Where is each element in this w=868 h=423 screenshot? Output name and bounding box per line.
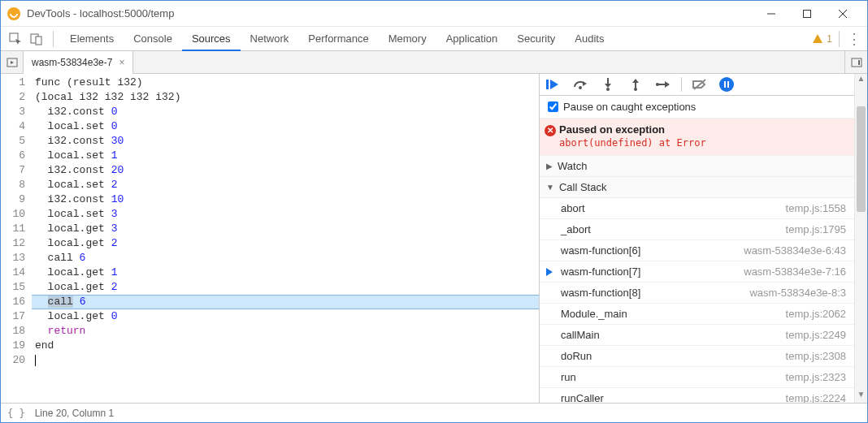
error-icon: ✕ xyxy=(545,125,556,136)
pretty-print-icon[interactable]: { } xyxy=(7,408,25,419)
device-toggle-icon[interactable] xyxy=(27,28,46,50)
tab-performance[interactable]: Performance xyxy=(298,27,378,51)
stack-frame[interactable]: Module._maintemp.js:2062 xyxy=(540,304,854,325)
code-content[interactable]: func (result i32)(local i32 i32 i32 i32)… xyxy=(32,74,539,403)
code-line[interactable]: i32.const 10 xyxy=(32,192,539,207)
stack-frame[interactable]: _aborttemp.js:1795 xyxy=(540,219,854,240)
resume-icon[interactable] xyxy=(545,76,561,93)
vertical-scrollbar[interactable]: ▲ ▼ xyxy=(854,74,867,403)
tab-security[interactable]: Security xyxy=(507,27,565,51)
code-line[interactable]: local.get 2 xyxy=(32,280,539,295)
stack-frame-function: Module._main xyxy=(561,308,627,320)
code-line[interactable]: i32.const 30 xyxy=(32,134,539,149)
code-line[interactable] xyxy=(32,353,539,368)
svg-point-17 xyxy=(606,88,610,91)
stack-frame-location: temp.js:2323 xyxy=(786,371,846,383)
scroll-up-icon[interactable]: ▲ xyxy=(855,74,867,87)
more-menu-icon[interactable]: ⋮ xyxy=(846,35,862,43)
stack-frame[interactable]: callMaintemp.js:2249 xyxy=(540,325,854,346)
scroll-down-icon[interactable]: ▼ xyxy=(855,390,867,403)
svg-point-14 xyxy=(579,86,582,89)
tab-elements[interactable]: Elements xyxy=(60,27,124,51)
code-line[interactable]: end xyxy=(32,339,539,353)
run-snippet-icon[interactable] xyxy=(844,51,867,74)
exception-banner: ✕ Paused on exception abort(undefined) a… xyxy=(540,119,867,156)
stack-frame[interactable]: wasm-function[6]wasm-53834e3e-6:43 xyxy=(540,240,854,261)
svg-rect-9 xyxy=(852,58,861,67)
stack-frame-function: doRun xyxy=(561,350,592,362)
scroll-thumb[interactable] xyxy=(857,106,866,212)
pause-exceptions-icon[interactable] xyxy=(719,77,734,92)
minimize-button[interactable] xyxy=(753,1,789,27)
exception-title: Paused on exception xyxy=(559,123,859,136)
pause-caught-checkbox[interactable] xyxy=(548,101,558,112)
stack-frame[interactable]: runCallertemp.js:2224 xyxy=(540,388,854,403)
code-line[interactable]: local.get 2 xyxy=(32,236,539,251)
svg-rect-11 xyxy=(546,80,549,89)
code-line[interactable]: return xyxy=(32,324,539,339)
step-out-icon[interactable] xyxy=(627,76,644,93)
stack-frame[interactable]: wasm-function[7]wasm-53834e3e-7:16 xyxy=(540,261,854,283)
svg-point-23 xyxy=(656,83,659,86)
pause-caught-label: Pause on caught exceptions xyxy=(563,101,696,113)
tab-sources[interactable]: Sources xyxy=(182,27,241,51)
devtools-icon xyxy=(7,7,20,20)
stack-frame-function: wasm-function[6] xyxy=(561,244,640,257)
code-line[interactable]: call 6 xyxy=(32,251,539,265)
code-line[interactable]: local.set 1 xyxy=(32,149,539,163)
divider xyxy=(53,31,54,47)
callstack-section-header[interactable]: ▼ Call Stack xyxy=(540,177,867,198)
stack-frame-function: wasm-function[7] xyxy=(561,265,640,278)
step-into-icon[interactable] xyxy=(600,76,616,93)
maximize-button[interactable] xyxy=(789,1,825,27)
code-line[interactable]: local.set 2 xyxy=(32,178,539,192)
file-tab[interactable]: wasm-53834e3e-7 × xyxy=(24,51,133,74)
panel-tabs: ElementsConsoleSourcesNetworkPerformance… xyxy=(1,27,867,51)
code-line[interactable]: (local i32 i32 i32 i32) xyxy=(32,90,539,105)
editor-tabbar: wasm-53834e3e-7 × xyxy=(1,51,867,74)
step-icon[interactable] xyxy=(655,76,671,93)
tab-application[interactable]: Application xyxy=(436,27,508,51)
stack-frame-location: wasm-53834e3e-7:16 xyxy=(744,265,846,278)
stack-frame-function: runCaller xyxy=(561,392,604,403)
line-gutter: 1234567891011121314151617181920 xyxy=(1,74,32,403)
stack-frame-location: wasm-53834e3e-8:3 xyxy=(749,287,846,299)
inspect-element-icon[interactable] xyxy=(6,28,25,50)
stack-frame[interactable]: doRuntemp.js:2308 xyxy=(540,346,854,367)
window-title: DevTools - localhost:5000/temp xyxy=(27,7,174,19)
code-line[interactable]: i32.const 0 xyxy=(32,105,539,119)
code-line[interactable]: local.get 1 xyxy=(32,265,539,280)
step-over-icon[interactable] xyxy=(572,76,588,93)
status-bar: { } Line 20, Column 1 xyxy=(1,403,867,422)
code-line[interactable]: func (result i32) xyxy=(32,76,539,90)
code-line[interactable]: call 6 xyxy=(32,295,539,309)
svg-rect-6 xyxy=(36,37,41,45)
code-line[interactable]: local.set 3 xyxy=(32,207,539,222)
stack-frame[interactable]: wasm-function[8]wasm-53834e3e-8:3 xyxy=(540,283,854,304)
deactivate-breakpoints-icon[interactable] xyxy=(692,76,708,93)
tab-memory[interactable]: Memory xyxy=(379,27,436,51)
svg-marker-19 xyxy=(632,79,639,83)
tab-console[interactable]: Console xyxy=(124,27,182,51)
code-editor[interactable]: 1234567891011121314151617181920 func (re… xyxy=(1,74,540,403)
divider xyxy=(681,77,682,92)
pause-caught-exceptions-row[interactable]: Pause on caught exceptions xyxy=(540,96,867,119)
tab-network[interactable]: Network xyxy=(241,27,299,51)
stack-frame[interactable]: aborttemp.js:1558 xyxy=(540,198,854,219)
svg-marker-12 xyxy=(550,80,558,89)
stack-frame-location: temp.js:2308 xyxy=(786,350,846,362)
stack-frame[interactable]: runtemp.js:2323 xyxy=(540,367,854,388)
code-line[interactable]: local.get 3 xyxy=(32,222,539,236)
stack-frame-location: temp.js:2249 xyxy=(786,329,846,341)
stack-frame-function: callMain xyxy=(561,329,600,341)
warnings-badge[interactable]: 1 xyxy=(812,33,832,45)
tab-audits[interactable]: Audits xyxy=(565,27,614,51)
close-button[interactable] xyxy=(825,1,861,27)
code-line[interactable]: local.set 0 xyxy=(32,119,539,134)
navigator-toggle-icon[interactable] xyxy=(1,51,24,74)
stack-frame-function: wasm-function[8] xyxy=(561,287,640,299)
code-line[interactable]: i32.const 20 xyxy=(32,163,539,178)
code-line[interactable]: local.get 0 xyxy=(32,309,539,324)
watch-section-header[interactable]: ▶ Watch xyxy=(540,156,867,177)
close-tab-icon[interactable]: × xyxy=(119,51,124,74)
